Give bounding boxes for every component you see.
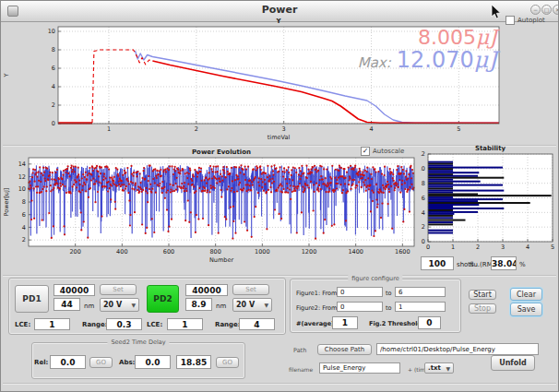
autoplot-label: Autoplot [517,17,545,24]
max-energy-readout: Max:12.070μJ [358,47,497,73]
svg-text:timeVal: timeVal [268,134,291,141]
svg-text:2: 2 [476,244,480,251]
path-label: Path [293,347,306,354]
shots-count-field[interactable] [421,256,454,270]
rel-go-button[interactable]: GO [89,357,113,368]
lce1-label: LCE: [15,321,30,328]
svg-text:Y: Y [275,18,281,25]
average-field[interactable] [332,316,358,329]
unfold-button[interactable]: Unfold [491,355,535,371]
pd1-button[interactable]: PD1 [15,285,49,313]
figure2-to-field[interactable] [395,302,446,312]
svg-text:Power[uJ]: Power[uJ] [3,188,10,217]
extension-dropdown[interactable]: .txt ▼ [424,362,454,374]
svg-text:5: 5 [551,244,554,251]
app-window: Power − □ ✕ 123450246810YtimeValY Autopl… [0,0,559,392]
abs-field[interactable] [135,355,171,369]
power-evolution-chart: 20040060080010001200140016002468101214Po… [1,145,421,276]
svg-text:12: 12 [18,173,26,181]
filename-field[interactable] [319,362,400,374]
current-energy-value: 8.005 [418,26,476,49]
svg-text:3: 3 [501,244,505,251]
svg-text:800: 800 [209,248,220,255]
save-button[interactable]: Save [510,303,542,316]
svg-text:3: 3 [282,125,286,133]
lce2-field[interactable] [167,318,203,330]
figure1-to-field[interactable] [395,287,446,297]
svg-text:4: 4 [22,224,26,232]
svg-text:10: 10 [18,185,26,193]
pd1-voltage-value: 20 V [103,301,122,309]
pd1-wavelength-field[interactable] [54,298,80,311]
svg-text:Stability: Stability [475,145,506,152]
figure2-from-field[interactable] [337,302,383,312]
chevron-down-icon: ▼ [131,302,136,308]
svg-text:0: 0 [426,244,430,251]
stop-button[interactable]: Stop [469,303,496,314]
autoscale-label: Autoscale [373,148,404,155]
abs-readout-field[interactable] [176,355,211,369]
svg-text:1: 1 [107,125,111,133]
svg-text:10: 10 [48,28,55,35]
lce1-field[interactable] [34,318,70,330]
svg-text:2: 2 [22,236,26,244]
svg-text:10: 10 [421,165,425,172]
range2-field[interactable] [239,318,275,330]
max-energy-value: 12.070 [397,47,474,73]
pd2-wavelength-field[interactable] [185,298,212,311]
range1-field[interactable] [106,318,142,330]
threshold-field[interactable] [418,316,441,329]
svg-text:1000: 1000 [255,248,270,255]
svg-text:8: 8 [22,198,26,206]
chevron-down-icon: ▼ [264,302,268,308]
svg-text:1: 1 [451,244,455,251]
pd2-button[interactable]: PD2 [147,285,179,313]
svg-text:1600: 1600 [395,248,410,255]
max-label: Max: [358,54,391,71]
figure1-to-label: to [386,290,392,297]
range1-label: Range: [82,321,108,328]
autoplot-checkbox-box[interactable] [505,16,515,25]
figure2-to-label: to [386,304,392,312]
path-field[interactable] [376,343,539,355]
figure1-from-field[interactable] [337,287,383,297]
svg-text:0: 0 [422,238,425,245]
svg-text:6: 6 [52,65,55,72]
svg-text:5: 5 [457,125,460,133]
svg-text:Number: Number [209,256,233,264]
bottom-divider [3,383,556,385]
mouse-cursor [491,4,502,20]
rel-label: Rel: [34,359,48,366]
autoscale-checkbox[interactable]: ✓ Autoscale [361,147,404,156]
seed2-title: Seed2 Time Delay [107,339,169,346]
pd2-freq-field[interactable] [185,284,228,296]
pd1-voltage-dropdown[interactable]: 20 V ▼ [100,298,139,312]
clear-button[interactable]: Clear [510,288,542,301]
rel-field[interactable] [50,355,86,369]
choose-path-button[interactable]: Choose Path [317,344,372,355]
rms-value-field[interactable] [491,256,517,270]
max-energy-unit: μJ [474,47,497,73]
pd2-set-button[interactable]: Set [232,284,269,295]
pd1-nm-label: nm [84,303,94,310]
svg-text:2: 2 [52,101,55,109]
svg-text:1200: 1200 [302,248,317,255]
abs-go-button[interactable]: GO [216,357,239,368]
pd1-set-button[interactable]: Set [100,284,137,295]
svg-text:Y: Y [3,73,10,77]
chevron-down-icon: ▼ [446,365,450,372]
autoplot-checkbox[interactable]: Autoplot [505,16,545,25]
svg-text:14: 14 [18,160,26,168]
svg-text:200: 200 [69,248,80,255]
autoscale-checkbox-box[interactable]: ✓ [361,147,370,156]
pd2-voltage-dropdown[interactable]: 20 V ▼ [232,298,272,312]
svg-text:6: 6 [422,195,425,202]
figure1-from-label: Figure1: From [296,290,337,297]
range2-label: Range: [215,321,241,328]
svg-text:600: 600 [163,248,174,255]
svg-text:400: 400 [116,248,127,255]
average-label: #(average): [296,320,337,327]
svg-text:Power Evolution: Power Evolution [192,148,251,156]
pd1-freq-field[interactable] [54,284,95,296]
start-button[interactable]: Start [469,290,496,300]
